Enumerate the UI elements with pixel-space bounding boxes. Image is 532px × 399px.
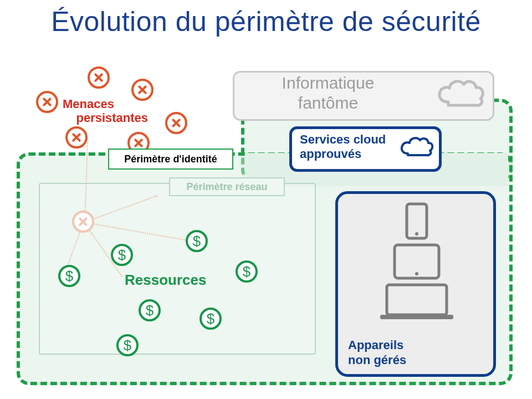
unmanaged-devices-panel: Appareils non gérés [335, 191, 496, 377]
shadow-it-line1: Informatique [282, 74, 375, 92]
devices-line2: non gérés [348, 353, 406, 367]
threats-label-line1: Menaces [63, 97, 114, 111]
tablet-icon [395, 245, 439, 278]
approved-cloud-line1: Services cloud [300, 132, 386, 146]
cloud-icon [398, 135, 433, 160]
svg-point-3 [415, 272, 418, 275]
cloud-icon [435, 76, 486, 111]
svg-rect-4 [387, 285, 447, 315]
page-title: Évolution du périmètre de sécurité [0, 6, 532, 38]
svg-rect-5 [380, 315, 453, 319]
phone-icon [407, 204, 427, 238]
devices-line1: Appareils [348, 338, 403, 352]
threats-label-line2: persistantes [76, 111, 148, 125]
breached-x-icon [72, 211, 94, 233]
threats-label: Menaces persistantes [63, 97, 148, 125]
resource-dollar-icon: $ [186, 230, 208, 252]
device-icons-group [338, 201, 493, 325]
diagram-stage: Évolution du périmètre de sécurité Menac… [0, 0, 532, 399]
shadow-it-line2: fantôme [298, 94, 358, 112]
threat-x-icon [165, 112, 187, 134]
svg-point-1 [415, 232, 418, 236]
threat-x-icon [88, 66, 110, 89]
identity-perimeter-label: Périmètre d'identité [108, 149, 233, 170]
network-perimeter-label: Périmètre réseau [169, 177, 285, 196]
resources-label: Ressources [125, 272, 206, 289]
approved-cloud-line2: approuvés [300, 147, 361, 161]
threat-x-icon [36, 91, 58, 113]
laptop-icon [380, 285, 453, 319]
approved-cloud-panel: Services cloud approuvés [289, 126, 442, 172]
resource-dollar-icon: $ [139, 299, 161, 321]
resource-dollar-icon: $ [116, 334, 139, 356]
threat-x-icon [65, 126, 88, 149]
shadow-it-label: Informatique fantôme [250, 73, 406, 113]
resource-dollar-icon: $ [111, 244, 133, 266]
resource-dollar-icon: $ [200, 308, 222, 330]
resource-dollar-icon: $ [236, 260, 258, 283]
network-perimeter [39, 183, 316, 355]
resource-dollar-icon: $ [58, 265, 80, 287]
unmanaged-devices-label: Appareils non gérés [348, 338, 406, 367]
